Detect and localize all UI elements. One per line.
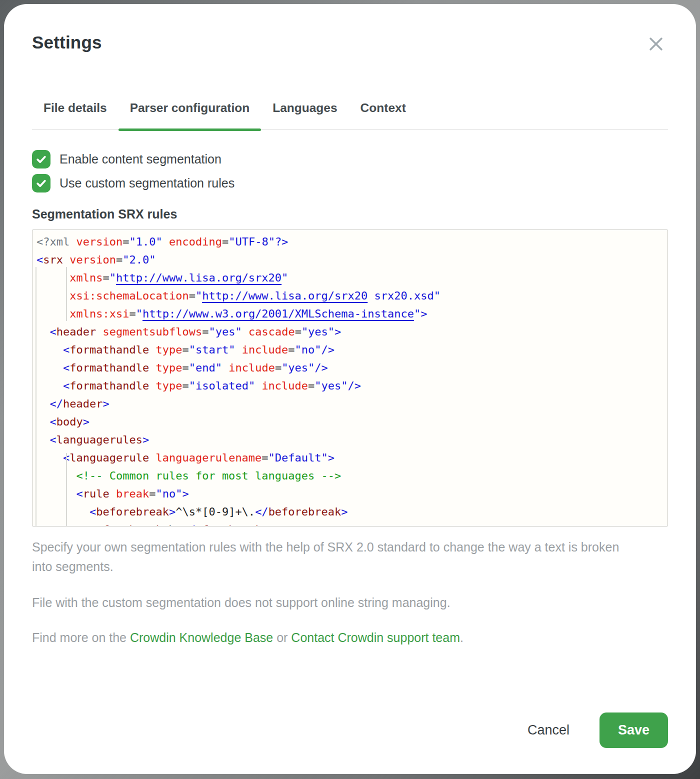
dialog-footer: Cancel Save	[526, 712, 668, 748]
page-title: Settings	[32, 31, 102, 54]
contact-support-link[interactable]: Contact Crowdin support team	[291, 630, 460, 644]
srx-rules-editor[interactable]: <?xml version="1.0" encoding="UTF-8"?><s…	[32, 230, 668, 526]
checkbox-label: Enable content segmentation	[60, 152, 222, 166]
help-paragraph-srx: Specify your own segmentation rules with…	[32, 538, 640, 576]
tab-parser-configuration[interactable]: Parser configuration	[118, 100, 262, 129]
code-editor-content: <?xml version="1.0" encoding="UTF-8"?><s…	[32, 230, 668, 526]
help-text: Specify your own segmentation rules with…	[32, 538, 668, 648]
tab-file-details[interactable]: File details	[32, 100, 118, 129]
checkbox-label: Use custom segmentation rules	[60, 176, 234, 190]
indent-guide	[66, 267, 67, 321]
settings-dialog: Settings File details Parser configurati…	[4, 4, 696, 774]
knowledge-base-link[interactable]: Crowdin Knowledge Base	[130, 630, 273, 644]
checkbox-group: Enable content segmentation Use custom s…	[32, 147, 668, 195]
tab-languages[interactable]: Languages	[261, 100, 348, 129]
checked-checkbox-icon	[32, 174, 50, 192]
help-links-suffix: .	[460, 630, 464, 644]
help-paragraph-links: Find more on the Crowdin Knowledge Base …	[32, 628, 640, 648]
srx-rules-label: Segmentation SRX rules	[32, 207, 668, 222]
help-paragraph-online-managing: File with the custom segmentation does n…	[32, 593, 640, 612]
checked-checkbox-icon	[32, 150, 50, 168]
checkbox-use-custom-segmentation-rules[interactable]: Use custom segmentation rules	[32, 171, 668, 195]
tab-context[interactable]: Context	[349, 100, 418, 129]
cancel-button[interactable]: Cancel	[526, 718, 572, 742]
help-links-mid: or	[273, 630, 291, 644]
close-icon	[648, 36, 664, 52]
indent-guide	[36, 267, 36, 526]
dialog-header: Settings	[32, 31, 668, 54]
save-button[interactable]: Save	[600, 712, 668, 748]
tab-bar: File details Parser configuration Langua…	[32, 100, 668, 130]
close-button[interactable]	[648, 36, 664, 52]
indent-guide	[66, 453, 67, 526]
help-links-prefix: Find more on the	[32, 630, 130, 644]
checkbox-enable-content-segmentation[interactable]: Enable content segmentation	[32, 147, 668, 171]
